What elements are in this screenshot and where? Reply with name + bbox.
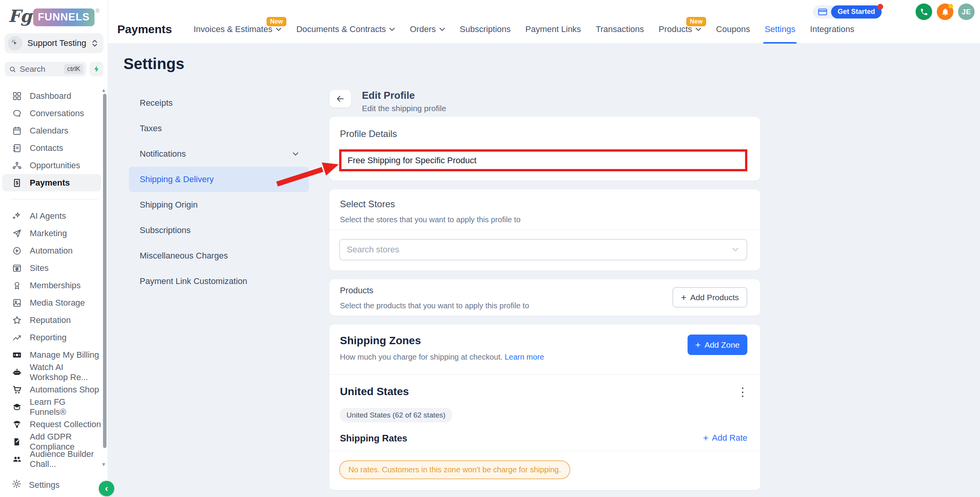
sidebar-item-reputation[interactable]: Reputation (0, 311, 103, 329)
workspace-switcher[interactable]: Support Testing (5, 33, 103, 53)
search-input[interactable]: Search ctrlK (5, 62, 86, 76)
memberships-icon (12, 280, 22, 291)
payments-icon: $ (12, 178, 22, 188)
sidebar-item-contacts[interactable]: Contacts (0, 139, 103, 157)
sidebar-scrollbar[interactable] (103, 94, 106, 448)
marketing-icon (12, 228, 22, 239)
settings-menu-shipping-origin[interactable]: Shipping Origin (129, 192, 309, 218)
tab-label: Orders (410, 24, 436, 34)
ai-agents-icon (12, 211, 22, 221)
contacts-icon (12, 143, 22, 154)
dashboard-icon (12, 91, 22, 101)
sidebar-item-label: Audience Builder Chall... (30, 449, 103, 469)
notification-dot (877, 4, 883, 10)
profile-details-card: Profile Details Free Shipping for Specif… (329, 117, 760, 181)
get-started-pill[interactable]: Get Started (813, 5, 882, 19)
search-shortcut-badge: ctrlK (64, 64, 83, 74)
new-badge: New (267, 17, 286, 26)
sidebar-item-label: Reporting (30, 333, 66, 343)
scrollbar-down-arrow[interactable]: ▼ (101, 462, 106, 467)
sidebar-item-label: Reputation (30, 315, 71, 325)
settings-menu-subscriptions[interactable]: Subscriptions (129, 218, 309, 243)
settings-menu-label: Shipping Origin (140, 200, 299, 210)
tab-orders[interactable]: Orders (410, 15, 445, 44)
chevron-down-icon (275, 27, 282, 31)
payments-tabs: Invoices & EstimatesNewDocuments & Contr… (194, 15, 855, 44)
shipping-zones-subtitle: How much you charge for shipping at chec… (340, 353, 544, 362)
sidebar-item-sites[interactable]: Sites (0, 259, 103, 277)
settings-menu-payment-link-customization[interactable]: Payment Link Customization (129, 269, 309, 294)
media-storage-icon (12, 298, 22, 308)
plus-icon: + (703, 433, 708, 443)
avatar[interactable]: JE (958, 3, 975, 20)
add-products-button[interactable]: + Add Products (672, 287, 747, 308)
sidebar-item-automation[interactable]: Automation (0, 242, 103, 259)
get-started-button[interactable]: Get Started (831, 5, 882, 19)
svg-text:$: $ (16, 180, 19, 186)
sidebar-item-ai-agents[interactable]: AI Agents (0, 207, 103, 225)
tab-products[interactable]: ProductsNew (659, 15, 701, 44)
tab-transactions[interactable]: Transactions (596, 15, 644, 44)
zone-states-chip: United States (62 of 62 states) (340, 408, 452, 423)
zone-menu-kebab-icon[interactable]: ⋮ (737, 386, 749, 398)
notifications-button[interactable] (937, 3, 953, 20)
settings-menu-miscellaneous-charges[interactable]: Miscellaneous Charges (129, 243, 309, 269)
back-button[interactable] (329, 90, 351, 108)
sidebar-item-marketing[interactable]: Marketing (0, 225, 103, 242)
profile-name-input[interactable]: Free Shipping for Specific Product (339, 149, 747, 171)
app-window: Fg FUNNELS ® Support Testing Search ctrl… (0, 0, 980, 497)
settings-menu-receipts[interactable]: Receipts (129, 90, 309, 116)
sidebar-item-settings[interactable]: Settings (0, 476, 103, 494)
sidebar-item-audience-builder-chall[interactable]: Audience Builder Chall... (0, 450, 103, 468)
sidebar-item-reporting[interactable]: Reporting (0, 329, 103, 346)
chevron-down-icon (439, 27, 445, 31)
sidebar-item-manage-my-billing[interactable]: Manage My Billing (0, 346, 103, 363)
sidebar-collapse-button[interactable]: ‹ (99, 481, 114, 496)
sidebar-item-automations-shop[interactable]: Automations Shop (0, 381, 103, 398)
tab-settings[interactable]: Settings (765, 15, 796, 44)
sidebar-item-add-gdpr-compliance[interactable]: Add GDPR Compliance (0, 433, 103, 450)
sidebar-item-calendars[interactable]: Calendars (0, 122, 103, 139)
scrollbar-up-arrow[interactable]: ▲ (101, 87, 106, 93)
sidebar-item-memberships[interactable]: Memberships (0, 277, 103, 294)
sidebar-item-label: Dashboard (30, 91, 71, 101)
settings-menu-taxes[interactable]: Taxes (129, 116, 309, 141)
add-rate-link[interactable]: + Add Rate (703, 433, 747, 443)
divider (329, 451, 760, 451)
phone-button[interactable] (916, 3, 932, 20)
sidebar-item-learn-fg-funnels[interactable]: Learn FG Funnels® (0, 398, 103, 416)
tab-payment-links[interactable]: Payment Links (525, 15, 581, 44)
settings-menu-label: Notifications (140, 149, 292, 159)
document-pen-icon (12, 436, 22, 447)
search-stores-select[interactable]: Search stores (339, 239, 747, 260)
sidebar-item-dashboard[interactable]: Dashboard (0, 87, 103, 105)
sidebar-item-label: Learn FG Funnels® (30, 397, 103, 417)
learn-more-link[interactable]: Learn more (505, 353, 544, 361)
sidebar-item-media-storage[interactable]: Media Storage (0, 294, 103, 311)
tab-documents-contracts[interactable]: Documents & Contracts (296, 15, 395, 44)
settings-menu-label: Payment Link Customization (140, 276, 299, 286)
sidebar-item-label: Calendars (30, 126, 68, 136)
select-stores-card: Select Stores Select the stores that you… (329, 189, 760, 270)
select-stores-subtitle: Select the stores that you want to apply… (340, 215, 520, 224)
chevron-down-icon (292, 152, 299, 156)
sidebar-item-opportunities[interactable]: Opportunities (0, 157, 103, 174)
page-title: Payments (117, 23, 172, 36)
quick-actions-button[interactable] (90, 62, 103, 76)
sidebar-item-payments[interactable]: $Payments (2, 174, 101, 191)
bell-icon (941, 8, 950, 16)
tab-invoices-estimates[interactable]: Invoices & EstimatesNew (194, 15, 282, 44)
sidebar-item-conversations[interactable]: Conversations (0, 105, 103, 122)
settings-menu-shipping-delivery[interactable]: Shipping & Delivery (129, 167, 309, 192)
tab-coupons[interactable]: Coupons (716, 15, 750, 44)
sidebar-item-watch-ai-workshop-re[interactable]: Watch AI Workshop Re... (0, 363, 103, 381)
settings-menu-notifications[interactable]: Notifications (129, 141, 309, 167)
tab-subscriptions[interactable]: Subscriptions (460, 15, 511, 44)
brand-logo-badge: FUNNELS (33, 8, 95, 26)
notification-badge (948, 4, 953, 8)
sidebar-item-request-collection[interactable]: Request Collection (0, 416, 103, 433)
add-zone-button[interactable]: + Add Zone (688, 335, 747, 355)
settings-menu: ReceiptsTaxesNotificationsShipping & Del… (129, 90, 309, 294)
cart-icon (12, 384, 22, 395)
sidebar-item-label: AI Agents (30, 211, 66, 221)
